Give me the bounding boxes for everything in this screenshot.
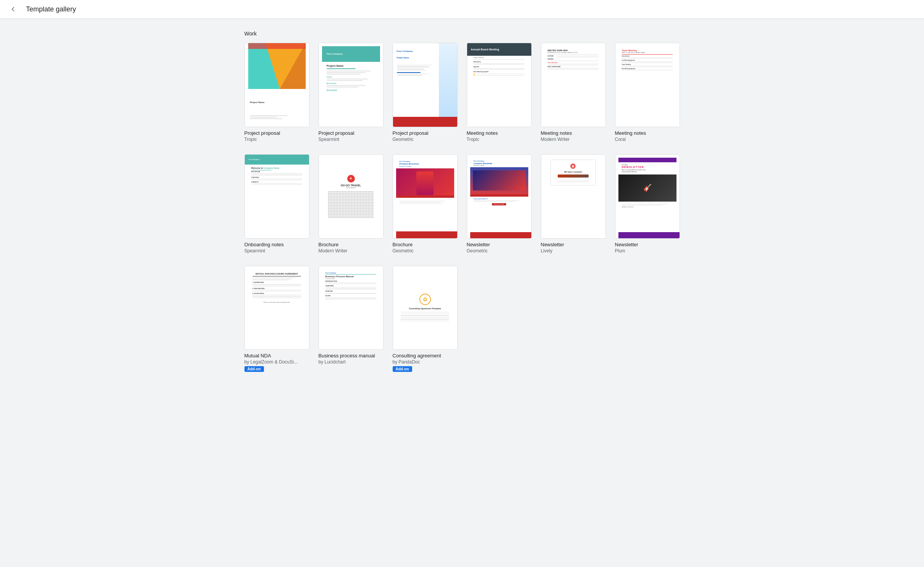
template-thumb: Four Company Product Brochure Product Ov… bbox=[393, 154, 458, 239]
template-item-newsletter-lively[interactable]: We have a surprise! Newsletter Lively bbox=[541, 154, 606, 254]
template-grid-row-2: MUTUAL NON-DISCLOSURE AGREEMENT 1. DEFIN… bbox=[244, 266, 680, 372]
template-item-brochure-mw[interactable]: R GO·GO TRAVEL Travel Dealers Brochure M… bbox=[319, 154, 384, 254]
svg-rect-3 bbox=[248, 43, 305, 49]
template-name: Newsletter bbox=[615, 242, 680, 247]
template-item-newsletter-geo[interactable]: Four Company Company Newsletter Newslett… bbox=[467, 154, 532, 254]
template-thumb: Your Company Welcome to Company Name WHO… bbox=[244, 154, 309, 239]
template-grid-row-0: Project Name Project proposal Tropic You… bbox=[244, 43, 680, 142]
template-thumb: MEETING NAME 09/04 EXPERIENCE POOL | LOR… bbox=[541, 43, 606, 127]
template-item-onboarding-spearmint[interactable]: Your Company Welcome to Company Name WHO… bbox=[244, 154, 309, 254]
template-sub: Plum bbox=[615, 248, 680, 254]
template-sub: Lively bbox=[541, 248, 606, 254]
template-name: Mutual NDA bbox=[244, 353, 309, 359]
template-name: Meeting notes bbox=[615, 130, 680, 136]
back-button[interactable] bbox=[6, 2, 20, 16]
section-title-work: Work bbox=[244, 31, 680, 37]
template-thumb: ✿ Consulting Agreement Template bbox=[393, 266, 458, 350]
template-item-project-proposal-tropic[interactable]: Project Name Project proposal Tropic bbox=[244, 43, 309, 142]
template-thumb: Annual Board Meeting Today, 08/01/21 Att… bbox=[467, 43, 532, 127]
template-sub: Geometric bbox=[393, 137, 458, 142]
template-item-meeting-notes-coral[interactable]: Team Meeting DATE | LOCATION | COMPANY N… bbox=[615, 43, 680, 142]
template-item-newsletter-plum[interactable]: Our Best NEWSLETTER We are nominated for… bbox=[615, 154, 680, 254]
template-sub: by Lucidchart bbox=[319, 359, 384, 365]
template-name: Brochure bbox=[319, 242, 384, 247]
template-name: Newsletter bbox=[467, 242, 532, 247]
template-name: Business process manual bbox=[319, 353, 384, 359]
template-item-mutual-nda[interactable]: MUTUAL NON-DISCLOSURE AGREEMENT 1. DEFIN… bbox=[244, 266, 309, 372]
template-thumb: Your Company Project Name GOALS MILESTON… bbox=[319, 43, 384, 127]
template-name: Onboarding notes bbox=[244, 242, 309, 247]
template-thumb: Your Company Business Process Manual 1 J… bbox=[319, 266, 384, 350]
template-sub: Spearmint bbox=[319, 137, 384, 142]
template-item-business-process-manual[interactable]: Your Company Business Process Manual 1 J… bbox=[319, 266, 384, 372]
template-sub: Modern Writer bbox=[541, 137, 606, 142]
template-thumb: MUTUAL NON-DISCLOSURE AGREEMENT 1. DEFIN… bbox=[244, 266, 309, 350]
template-grid-row-1: Your Company Welcome to Company Name WHO… bbox=[244, 154, 680, 254]
template-sub: Tropic bbox=[244, 137, 309, 142]
template-sub: Geometric bbox=[393, 248, 458, 254]
template-thumb: Four Company Company Newsletter Newslett… bbox=[467, 154, 532, 239]
template-thumb: R GO·GO TRAVEL Travel Dealers bbox=[319, 154, 384, 239]
template-name: Consulting agreement bbox=[393, 353, 458, 359]
template-item-meeting-notes-tropic[interactable]: Annual Board Meeting Today, 08/01/21 Att… bbox=[467, 43, 532, 142]
template-name: Project proposal bbox=[319, 130, 384, 136]
template-name: Project proposal bbox=[393, 130, 458, 136]
template-item-brochure-geo[interactable]: Four Company Product Brochure Product Ov… bbox=[393, 154, 458, 254]
template-sub: by LegalZoom & DocuSi... bbox=[244, 359, 309, 365]
addon-badge: Add-on bbox=[244, 366, 264, 372]
template-sub: Tropic bbox=[467, 137, 532, 142]
template-thumb: Team Meeting DATE | LOCATION | COMPANY N… bbox=[615, 43, 680, 127]
template-sub: Spearmint bbox=[244, 248, 309, 254]
template-thumb: Our Best NEWSLETTER We are nominated for… bbox=[615, 154, 680, 239]
template-name: Newsletter bbox=[541, 242, 606, 247]
template-item-project-proposal-geometric[interactable]: Four Company Project Name Project propos… bbox=[393, 43, 458, 142]
template-sub: Modern Writer bbox=[319, 248, 384, 254]
template-sub: by PandaDoc bbox=[393, 359, 458, 365]
app-header: Template gallery bbox=[0, 0, 924, 18]
page-title: Template gallery bbox=[26, 5, 76, 13]
template-item-consulting-agreement[interactable]: ✿ Consulting Agreement Template Consulti… bbox=[393, 266, 458, 372]
template-item-project-proposal-spearmint[interactable]: Your Company Project Name GOALS MILESTON… bbox=[319, 43, 384, 142]
template-name: Project proposal bbox=[244, 130, 309, 136]
addon-badge: Add-on bbox=[393, 366, 412, 372]
template-name: Meeting notes bbox=[541, 130, 606, 136]
template-thumb: Four Company Project Name bbox=[393, 43, 458, 127]
template-item-meeting-notes-mw[interactable]: MEETING NAME 09/04 EXPERIENCE POOL | LOR… bbox=[541, 43, 606, 142]
template-thumb: Project Name bbox=[244, 43, 309, 127]
template-name: Meeting notes bbox=[467, 130, 532, 136]
main-content: Work Project Name bbox=[214, 18, 710, 396]
template-sub: Geometric bbox=[467, 248, 532, 254]
template-sub: Coral bbox=[615, 137, 680, 142]
template-name: Brochure bbox=[393, 242, 458, 247]
template-thumb: We have a surprise! bbox=[541, 154, 606, 239]
